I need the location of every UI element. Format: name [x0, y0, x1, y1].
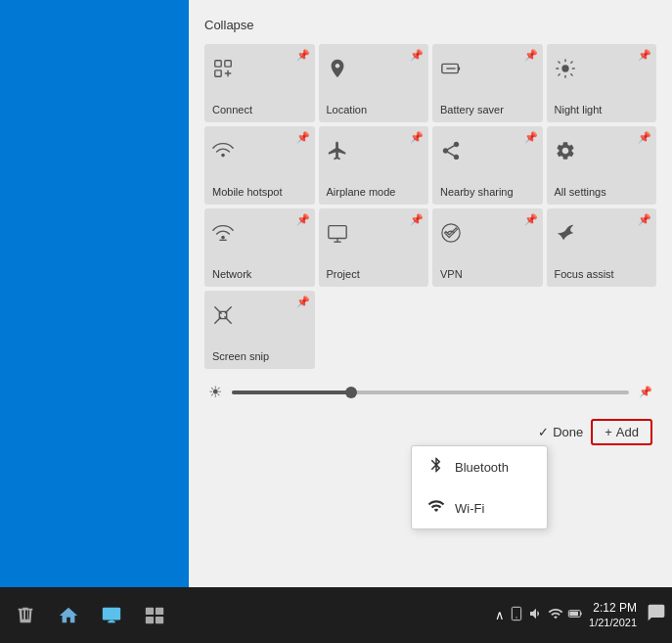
brightness-row: ☀ 📌 [204, 373, 656, 411]
icon-battery-saver [440, 58, 535, 85]
tiles-grid: 📌 Connect 📌 Location 📌 Battery saver 📌 [204, 44, 656, 287]
pin-mobile-hotspot[interactable]: 📌 [296, 131, 310, 144]
tile-battery-saver[interactable]: 📌 Battery saver [432, 44, 543, 122]
taskbar-recycle-bin[interactable] [6, 596, 45, 635]
done-button[interactable]: ✓ Done [538, 425, 583, 439]
pin-screen-snip[interactable]: 📌 [296, 296, 310, 308]
tile-project[interactable]: 📌 Project [319, 208, 429, 287]
label-location: Location [327, 104, 422, 116]
svg-rect-18 [146, 616, 154, 622]
pin-all-settings[interactable]: 📌 [638, 131, 651, 144]
tile-airplane-mode[interactable]: 📌 Airplane mode [319, 126, 429, 205]
tray-tablet-icon[interactable] [509, 606, 524, 624]
brightness-pin-icon[interactable]: 📌 [639, 386, 652, 398]
icon-nearby-sharing [440, 140, 535, 167]
svg-rect-9 [328, 226, 345, 239]
pin-connect[interactable]: 📌 [296, 49, 310, 62]
pin-battery-saver[interactable]: 📌 [524, 49, 538, 62]
tray-battery-icon[interactable] [567, 606, 583, 624]
svg-point-6 [221, 154, 225, 158]
wifi-icon [427, 497, 445, 519]
taskbar-right: ∧ 2:12 PM 1/21/2021 [495, 601, 666, 630]
label-project: Project [327, 268, 422, 281]
taskbar-left [6, 596, 174, 635]
svg-point-21 [515, 617, 516, 618]
system-clock[interactable]: 2:12 PM 1/21/2021 [589, 601, 637, 630]
tile-vpn[interactable]: 📌 VPN [432, 208, 543, 287]
taskbar-desktop[interactable] [92, 596, 131, 635]
tile-all-settings[interactable]: 📌 All settings [547, 126, 657, 205]
pin-project[interactable]: 📌 [410, 213, 424, 226]
tiles-grid-single: 📌 Screen snip [204, 291, 656, 369]
add-button[interactable]: + Add [591, 419, 652, 445]
label-focus-assist: Focus assist [555, 268, 650, 281]
tile-mobile-hotspot[interactable]: 📌 Mobile hotspot [204, 126, 315, 205]
plus-icon: + [605, 425, 612, 439]
tile-focus-assist[interactable]: 📌 Focus assist [547, 208, 657, 287]
label-battery-saver: Battery saver [440, 104, 535, 116]
svg-rect-17 [156, 607, 163, 614]
icon-focus-assist [555, 222, 650, 250]
brightness-slider-track[interactable] [232, 390, 629, 394]
tray-volume-icon[interactable] [528, 606, 544, 624]
svg-rect-15 [110, 620, 113, 621]
tile-network[interactable]: 📌 Network [204, 208, 315, 287]
notification-button[interactable] [647, 603, 666, 627]
clock-time: 2:12 PM [589, 601, 637, 617]
label-nearby-sharing: Nearby sharing [440, 186, 535, 199]
pin-night-light[interactable]: 📌 [638, 49, 651, 62]
taskbar-home[interactable] [49, 596, 88, 635]
pin-focus-assist[interactable]: 📌 [638, 213, 651, 226]
svg-rect-0 [215, 61, 221, 67]
collapse-button[interactable]: Collapse [204, 18, 254, 32]
svg-rect-24 [569, 612, 578, 617]
tile-connect[interactable]: 📌 Connect [204, 44, 315, 122]
label-airplane-mode: Airplane mode [327, 186, 422, 199]
icon-night-light [555, 58, 650, 85]
clock-date: 1/21/2021 [589, 616, 637, 629]
icon-mobile-hotspot [212, 140, 307, 167]
svg-rect-20 [512, 607, 520, 620]
icon-airplane-mode [327, 140, 422, 167]
tile-nearby-sharing[interactable]: 📌 Nearby sharing [432, 126, 543, 205]
brightness-slider-fill [232, 390, 351, 394]
tile-screen-snip[interactable]: 📌 Screen snip [204, 291, 315, 369]
svg-point-5 [561, 65, 568, 71]
brightness-icon: ☀ [208, 383, 222, 401]
svg-rect-13 [103, 607, 120, 620]
dropdown-item-wifi[interactable]: Wi-Fi [412, 487, 547, 528]
label-all-settings: All settings [555, 186, 650, 199]
brightness-slider-thumb[interactable] [345, 387, 357, 398]
tray-up-arrow[interactable]: ∧ [495, 608, 505, 622]
dropdown-item-bluetooth[interactable]: Bluetooth [412, 446, 547, 487]
taskbar-taskview[interactable] [135, 596, 174, 635]
pin-network[interactable]: 📌 [296, 213, 310, 226]
icon-all-settings [555, 140, 650, 167]
icon-project [327, 222, 422, 250]
pin-location[interactable]: 📌 [410, 49, 424, 62]
svg-point-7 [221, 236, 225, 240]
bluetooth-label: Bluetooth [455, 460, 509, 475]
icon-screen-snip [212, 304, 307, 332]
icon-location [327, 58, 422, 85]
label-connect: Connect [212, 104, 307, 116]
label-night-light: Night light [555, 104, 650, 116]
svg-rect-16 [146, 607, 154, 614]
taskbar: ∧ 2:12 PM 1/21/2021 [0, 587, 672, 643]
add-label: Add [616, 425, 639, 439]
label-network: Network [212, 268, 307, 281]
wifi-label: Wi-Fi [455, 501, 484, 516]
add-dropdown-menu: Bluetooth Wi-Fi [411, 445, 548, 529]
pin-airplane-mode[interactable]: 📌 [410, 131, 424, 144]
tray-wifi-icon[interactable] [548, 606, 563, 624]
bluetooth-icon [427, 456, 445, 478]
tile-location[interactable]: 📌 Location [319, 44, 429, 122]
icon-connect [212, 58, 307, 85]
pin-vpn[interactable]: 📌 [524, 213, 538, 226]
tile-night-light[interactable]: 📌 Night light [547, 44, 657, 122]
label-mobile-hotspot: Mobile hotspot [212, 186, 307, 199]
pin-nearby-sharing[interactable]: 📌 [524, 131, 538, 144]
svg-rect-19 [156, 616, 163, 622]
done-label: Done [553, 425, 583, 439]
svg-rect-1 [225, 61, 231, 67]
